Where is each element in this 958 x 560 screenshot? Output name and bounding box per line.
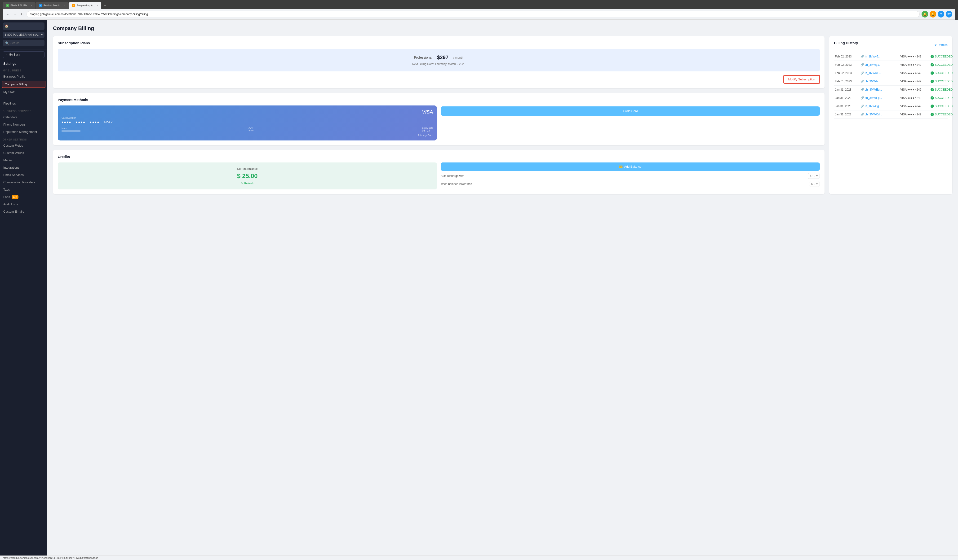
credits-title: Credits — [58, 155, 820, 159]
billing-ref-1[interactable]: 🔗 ch_3MWy1... — [861, 63, 898, 66]
billing-card-7: VISA ●●●● 4242 — [900, 113, 929, 116]
sidebar-item-phone-numbers[interactable]: Phone Numbers — [0, 121, 48, 128]
lower-chevron-icon: ▾ — [816, 182, 818, 186]
tab-1-close[interactable]: ✕ — [31, 4, 33, 7]
billing-refresh-icon: ↻ — [934, 43, 937, 47]
settings-label: Settings — [0, 60, 48, 66]
sidebar-item-pipelines[interactable]: Pipelines — [0, 100, 48, 107]
action-icon-1: 🔔 — [922, 11, 928, 17]
sidebar-item-reputation[interactable]: Reputation Management — [0, 128, 48, 136]
sidebar-item-custom-fields[interactable]: Custom Fields — [0, 142, 48, 149]
sidebar-item-conversation-providers[interactable]: Conversation Providers — [0, 179, 48, 186]
plan-price: $297 — [437, 54, 449, 60]
sidebar-item-email-services[interactable]: Email Services — [0, 171, 48, 179]
billing-ref-0[interactable]: 🔗 in_1MWyJ... — [861, 55, 898, 58]
email-services-label: Email Services — [3, 173, 24, 177]
url-bar[interactable] — [27, 11, 920, 17]
sidebar-item-custom-values[interactable]: Custom Values — [0, 149, 48, 157]
lower-value: $ 0 — [811, 182, 815, 186]
content-grid: Subscription Plans Professional $297 / m… — [53, 36, 952, 194]
sidebar-search-bar: 🔍 ⌘K + — [3, 40, 44, 46]
sidebar-logo: 🏠 — [3, 22, 44, 30]
sidebar-item-audit-logs[interactable]: Audit Logs — [0, 201, 48, 208]
billing-date-2: Feb 02, 2023 — [835, 71, 859, 75]
status-dot-1: ✓ — [931, 63, 934, 66]
billing-rows-container: Feb 02, 2023 🔗 in_1MWyJ... VISA ●●●● 424… — [834, 52, 948, 119]
tab-3-close[interactable]: ✕ — [96, 4, 98, 7]
billing-ref-6[interactable]: 🔗 in_1MWCg... — [861, 104, 898, 108]
sidebar-item-tags[interactable]: Tags — [0, 186, 48, 193]
tab-2-label: Product Metric... — [44, 4, 62, 7]
sidebar-item-company-billing[interactable]: Company Billing — [2, 81, 46, 88]
billing-ref-5[interactable]: 🔗 ch_3MWEp... — [861, 96, 898, 100]
search-input[interactable] — [10, 41, 46, 45]
billing-ref-3[interactable]: 🔗 ch_3MWbl... — [861, 80, 898, 83]
business-services-section: BUSINESS SERVICES — [0, 107, 48, 114]
billing-history-card: Billing History ↻ Refresh Feb 02, 2023 🔗… — [829, 36, 952, 194]
billing-row: Jan 31, 2023 🔗 ch_3MWEq... VISA ●●●● 424… — [834, 85, 948, 94]
billing-refresh-label: Refresh — [937, 43, 948, 47]
help-icon[interactable]: ? — [937, 11, 944, 17]
credits-grid: Current Balance $ 25.00 ↻ Refresh 💳 Add … — [58, 163, 820, 190]
billing-card-6: VISA ●●●● 4242 — [900, 104, 929, 108]
add-card-container: + Add Card — [441, 106, 820, 141]
browser-tab-3[interactable]: S Suspending A... ✕ — [69, 2, 101, 9]
go-back-button[interactable]: ← Go Back — [3, 51, 44, 58]
custom-emails-label: Custom Emails — [3, 210, 24, 213]
refresh-balance-button[interactable]: ↻ Refresh — [62, 182, 432, 185]
sidebar-item-business-profile[interactable]: Business Profile — [0, 73, 48, 80]
billing-ref-4[interactable]: 🔗 ch_3MWEq... — [861, 88, 898, 91]
refresh-icon: ↻ — [241, 182, 243, 185]
pipelines-label: Pipelines — [3, 102, 16, 105]
modify-subscription-button[interactable]: Modify Subscription — [784, 75, 820, 84]
billing-refresh-button[interactable]: ↻ Refresh — [934, 43, 948, 47]
reload-button[interactable]: ↻ — [20, 11, 25, 17]
account-chevron-icon: ▾ — [41, 33, 43, 36]
plan-period: / month — [453, 56, 463, 59]
page-title: Company Billing — [53, 25, 952, 32]
subscription-plans-card: Subscription Plans Professional $297 / m… — [53, 36, 825, 88]
billing-ref-2[interactable]: 🔗 in_1MWwE... — [861, 71, 898, 75]
billing-status-2: ✓ SUCCEEDED — [931, 71, 958, 75]
auto-recharge-select[interactable]: $ 10 ▾ — [808, 173, 820, 179]
add-card-button[interactable]: + Add Card — [441, 106, 820, 115]
tab-2-close[interactable]: ✕ — [64, 4, 66, 7]
sidebar-item-integrations[interactable]: Integrations — [0, 164, 48, 171]
add-balance-button[interactable]: 💳 Add Balance — [441, 163, 820, 171]
visa-label: VISA — [62, 109, 433, 115]
sidebar-item-media[interactable]: Media — [0, 157, 48, 164]
media-label: Media — [3, 158, 12, 162]
sidebar-account-selector[interactable]: 1-800-PLUMBER +Air's A... ▾ — [3, 32, 44, 38]
sidebar-item-calendars[interactable]: Calendars — [0, 114, 48, 121]
back-button[interactable]: ← — [6, 11, 11, 17]
wallet-icon: 💳 — [619, 165, 623, 168]
sidebar-item-labs[interactable]: Labs new — [0, 193, 48, 201]
forward-button[interactable]: → — [13, 11, 18, 17]
integrations-label: Integrations — [3, 166, 19, 169]
left-column: Subscription Plans Professional $297 / m… — [53, 36, 825, 194]
payment-methods-title: Payment Methods — [58, 98, 820, 102]
browser-tab-1[interactable]: G Blade P&L Pla... ✕ — [3, 2, 35, 9]
audit-logs-label: Audit Logs — [3, 202, 18, 206]
browser-tab-2[interactable]: P Product Metric... ✕ — [36, 2, 69, 9]
balance-label: Current Balance — [62, 167, 432, 171]
sidebar-item-custom-emails[interactable]: Custom Emails — [0, 208, 48, 215]
billing-card-0: VISA ●●●● 4242 — [900, 55, 929, 58]
billing-row: Feb 02, 2023 🔗 in_1MWwE... VISA ●●●● 424… — [834, 69, 948, 78]
sidebar: 🏠 1-800-PLUMBER +Air's A... ▾ 🔍 ⌘K + ← G… — [0, 20, 48, 558]
sidebar-item-my-staff[interactable]: My Staff — [0, 89, 48, 96]
balance-card: Current Balance $ 25.00 ↻ Refresh — [58, 163, 437, 190]
next-billing-date: Next Billing Date: Thursday, March 2 202… — [63, 62, 814, 66]
billing-date-6: Jan 31, 2023 — [835, 104, 859, 108]
billing-history-header: Billing History ↻ Refresh — [834, 41, 948, 49]
billing-ref-7[interactable]: 🔗 ch_3MWCd... — [861, 113, 898, 116]
tab-3-favicon: S — [72, 4, 75, 7]
new-tab-button[interactable]: + — [102, 2, 108, 9]
credits-right: 💳 Add Balance Auto recharge with $ 10 ▾ — [441, 163, 820, 190]
lower-value-select[interactable]: $ 0 ▾ — [809, 181, 820, 187]
custom-fields-label: Custom Fields — [3, 144, 23, 147]
avatar-icon[interactable]: ST — [946, 11, 952, 17]
card-number: ●●●● ●●●● ●●●● 4242 — [62, 120, 433, 124]
company-billing-label: Company Billing — [5, 82, 27, 86]
billing-row: Jan 31, 2023 🔗 ch_3MWCd... VISA ●●●● 424… — [834, 111, 948, 119]
